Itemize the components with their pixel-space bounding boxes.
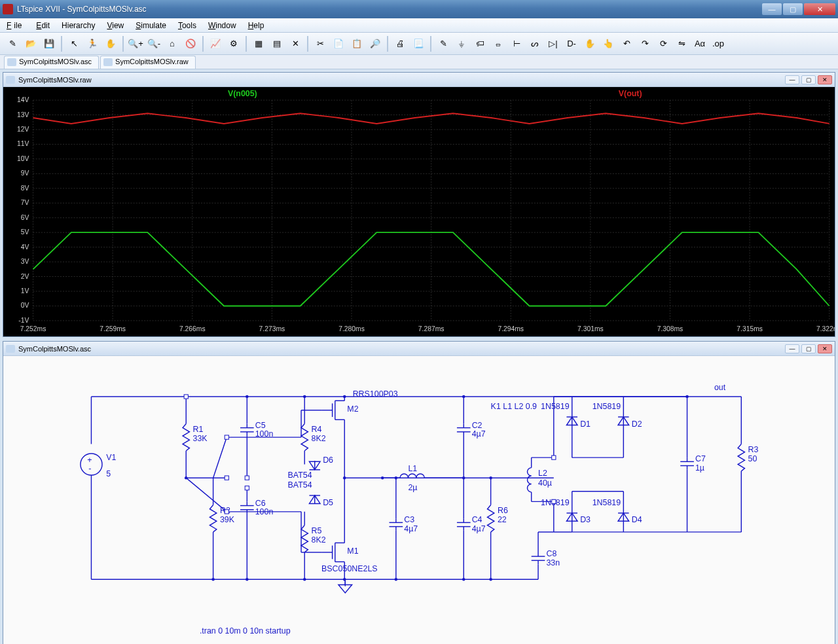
menu-simulate[interactable]: Simulate: [133, 20, 169, 31]
waveform-titlebar[interactable]: SymColpittsMOSlv.raw — ▢ ✕: [3, 73, 835, 87]
svg-text:39K: 39K: [220, 515, 235, 524]
toolbar-redo[interactable]: ↷: [636, 35, 653, 52]
svg-rect-249: [225, 510, 228, 514]
menu-edit[interactable]: Edit: [33, 20, 52, 31]
toolbar-drag[interactable]: 👆: [600, 35, 617, 52]
waveform-window: SymColpittsMOSlv.raw — ▢ ✕ 14V13V12V11V1…: [3, 72, 835, 337]
svg-point-154: [395, 476, 398, 480]
schematic-titlebar[interactable]: SymColpittsMOSlv.asc — ▢ ✕: [3, 342, 835, 356]
window-title: LTspice XVII - SymColpittsMOSlv.asc: [17, 5, 762, 14]
schematic-area[interactable]: +-V15R133KR239KC5100nC6100nR48K2D6BAT54D…: [3, 356, 835, 644]
svg-text:RRS100P03: RRS100P03: [353, 389, 398, 399]
toolbar-print[interactable]: 🖨: [392, 35, 409, 52]
plot-area[interactable]: 14V13V12V11V10V9V8V7V6V5V4V3V2V1V0V-1V7.…: [3, 87, 835, 336]
svg-text:2V: 2V: [21, 273, 29, 280]
toolbar-copy[interactable]: 📄: [330, 35, 347, 52]
svg-point-153: [395, 578, 398, 581]
svg-point-75: [211, 578, 215, 581]
menubar: File Edit Hierarchy View Simulate Tools …: [0, 18, 838, 33]
toolbar-mirror[interactable]: ⇋: [673, 35, 690, 52]
sch-close-button[interactable]: ✕: [818, 344, 832, 353]
svg-rect-251: [552, 499, 556, 503]
tab-raw[interactable]: SymColpittsMOSlv.raw: [100, 56, 196, 69]
svg-text:R6: R6: [498, 506, 508, 515]
svg-text:L1: L1: [408, 464, 417, 473]
app-icon: [3, 4, 13, 14]
toolbar-paste[interactable]: 📋: [348, 35, 365, 52]
toolbar-open[interactable]: 📂: [22, 35, 39, 52]
svg-text:R4: R4: [312, 425, 322, 434]
toolbar-pick[interactable]: ↖: [65, 35, 82, 52]
toolbar-ind[interactable]: ᔕ: [526, 35, 543, 52]
toolbar-text[interactable]: Aα: [691, 35, 708, 52]
toolbar-save[interactable]: 💾: [41, 35, 58, 52]
svg-point-173: [462, 578, 465, 581]
toolbar-setup-print[interactable]: 📃: [410, 35, 427, 52]
menu-file[interactable]: File: [4, 20, 27, 31]
toolbar-cut[interactable]: ✂: [312, 35, 329, 52]
toolbar-wire[interactable]: ✎: [435, 35, 452, 52]
tab-asc[interactable]: SymColpittsMOSlv.asc: [4, 56, 99, 69]
svg-line-77: [186, 478, 227, 512]
menu-tools[interactable]: Tools: [175, 20, 199, 31]
toolbar-diode[interactable]: ▷|: [545, 35, 562, 52]
svg-text:7.273ms: 7.273ms: [259, 325, 285, 332]
wave-close-button[interactable]: ✕: [818, 75, 832, 84]
maximize-button[interactable]: ▢: [783, 3, 803, 15]
svg-text:7.322ms: 7.322ms: [816, 325, 835, 332]
svg-rect-0: [3, 87, 835, 336]
svg-text:7.308ms: 7.308ms: [657, 325, 683, 332]
wave-minimize-button[interactable]: —: [785, 75, 799, 84]
wave-maximize-button[interactable]: ▢: [801, 75, 816, 84]
svg-point-101: [303, 395, 306, 399]
toolbar-new-sch[interactable]: ✎: [4, 35, 21, 52]
toolbar-res[interactable]: ⏛: [490, 35, 507, 52]
toolbar-close-win[interactable]: ✕: [287, 35, 304, 52]
close-button[interactable]: ✕: [804, 3, 835, 15]
svg-point-87: [246, 395, 249, 399]
svg-rect-250: [552, 456, 556, 459]
toolbar-rotate[interactable]: ⟳: [655, 35, 672, 52]
menu-window[interactable]: Window: [206, 20, 239, 31]
svg-text:14V: 14V: [17, 96, 29, 103]
toolbar-pan[interactable]: ✋: [102, 35, 119, 52]
svg-text:7.301ms: 7.301ms: [577, 325, 604, 332]
minimize-button[interactable]: —: [762, 3, 782, 15]
menu-view[interactable]: View: [104, 20, 126, 31]
menu-hierarchy[interactable]: Hierarchy: [59, 20, 98, 31]
svg-text:D1: D1: [580, 420, 591, 429]
sch-maximize-button[interactable]: ▢: [801, 344, 816, 353]
toolbar-run[interactable]: 🏃: [84, 35, 101, 52]
toolbar-zoom-fit[interactable]: ⌂: [164, 35, 181, 52]
schematic-window: SymColpittsMOSlv.asc — ▢ ✕ +-V15R133KR23…: [3, 341, 835, 644]
svg-text:4V: 4V: [21, 243, 29, 251]
toolbar-undo[interactable]: ↶: [618, 35, 635, 52]
svg-rect-244: [184, 395, 188, 399]
svg-text:C6: C6: [255, 499, 266, 508]
toolbar-ground[interactable]: ⏚: [453, 35, 470, 52]
toolbar-cascade[interactable]: ▤: [268, 35, 285, 52]
toolbar-setup[interactable]: ⚙: [225, 35, 242, 52]
toolbar-tile[interactable]: ▦: [250, 35, 267, 52]
toolbar-spice[interactable]: .op: [710, 35, 727, 52]
sch-minimize-button[interactable]: —: [785, 344, 799, 353]
toolbar-zoom-in[interactable]: 🔍+: [127, 35, 144, 52]
svg-text:2µ: 2µ: [408, 483, 417, 492]
toolbar-cap[interactable]: ⊢: [508, 35, 525, 52]
toolbar-label[interactable]: 🏷: [471, 35, 488, 52]
toolbar-zoom-out[interactable]: 🔍-: [145, 35, 162, 52]
toolbar-autorange[interactable]: 📈: [207, 35, 224, 52]
svg-text:V1: V1: [106, 453, 116, 462]
toolbar-move[interactable]: ✋: [581, 35, 598, 52]
svg-text:8V: 8V: [21, 185, 29, 192]
svg-text:-1V: -1V: [18, 317, 29, 324]
toolbar-find[interactable]: 🔎: [367, 35, 384, 52]
svg-text:7.280ms: 7.280ms: [338, 325, 365, 332]
svg-text:R5: R5: [312, 526, 322, 535]
toolbar-zoom-off[interactable]: 🚫: [182, 35, 199, 52]
svg-text:8K2: 8K2: [312, 535, 326, 545]
toolbar-component[interactable]: D-: [563, 35, 580, 52]
svg-rect-246: [245, 486, 249, 490]
menu-help[interactable]: Help: [246, 20, 267, 31]
svg-text:1µ: 1µ: [695, 463, 704, 473]
